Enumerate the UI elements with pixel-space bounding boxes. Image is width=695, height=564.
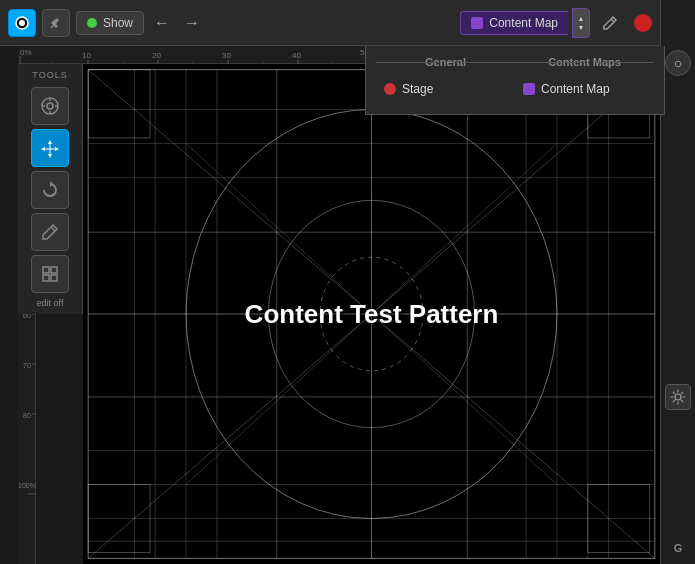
dropdown-items: Stage Content Map: [366, 74, 664, 104]
content-map-selector: Content Map ▲ ▼: [460, 8, 590, 38]
svg-rect-48: [43, 275, 49, 281]
test-pattern-svg: [83, 64, 660, 564]
pin-button[interactable]: [8, 9, 36, 37]
section-general-label: General: [376, 56, 515, 68]
svg-text:20: 20: [152, 51, 161, 60]
svg-line-3: [611, 19, 614, 22]
svg-point-85: [675, 394, 681, 400]
record-button[interactable]: [634, 14, 652, 32]
svg-point-1: [19, 20, 25, 26]
svg-line-2: [51, 25, 54, 28]
show-label: Show: [103, 16, 133, 30]
rotate-tool-button[interactable]: [31, 171, 69, 209]
svg-rect-47: [51, 267, 57, 273]
show-indicator: [87, 18, 97, 28]
svg-text:40: 40: [292, 51, 301, 60]
show-button[interactable]: Show: [76, 11, 144, 35]
nav-forward-button[interactable]: →: [180, 11, 204, 35]
content-map-dot-icon: [523, 83, 535, 95]
svg-rect-46: [43, 267, 49, 273]
stage-dot-icon: [384, 83, 396, 95]
dropdown-sections: General Content Maps: [366, 56, 664, 74]
dropdown-panel: General Content Maps Stage Content Map: [365, 46, 665, 115]
right-panel: ○ G: [660, 0, 695, 564]
svg-line-80: [372, 314, 557, 484]
svg-rect-81: [88, 70, 150, 138]
svg-line-79: [186, 314, 371, 484]
edit-pencil-button[interactable]: [596, 9, 624, 37]
edit-off-label: edit off: [37, 298, 64, 308]
canvas-area: Content Test Pattern: [83, 64, 660, 564]
svg-text:80: 80: [23, 412, 31, 419]
section-content-maps-label: Content Maps: [515, 56, 654, 68]
svg-text:70: 70: [23, 362, 31, 369]
content-map-icon: [471, 17, 483, 29]
top-toolbar: Show ← → Content Map ▲ ▼: [0, 0, 660, 46]
content-map-dropdown-arrow[interactable]: ▲ ▼: [572, 8, 590, 38]
content-map-item[interactable]: Content Map: [515, 78, 654, 100]
svg-point-40: [47, 103, 53, 109]
svg-line-77: [186, 144, 371, 314]
svg-text:10: 10: [82, 51, 91, 60]
tools-panel: TOOLS: [18, 64, 83, 314]
grid-tool-button[interactable]: [31, 255, 69, 293]
bottom-g-label: G: [674, 542, 683, 554]
svg-text:0%: 0%: [20, 48, 32, 57]
svg-line-45: [51, 227, 55, 231]
edit-tool-button[interactable]: [31, 213, 69, 251]
right-settings-button[interactable]: [665, 384, 691, 410]
svg-rect-49: [51, 275, 57, 281]
move-tool-button[interactable]: [31, 129, 69, 167]
pushpin-button[interactable]: [42, 9, 70, 37]
right-circle-button[interactable]: ○: [665, 50, 691, 76]
stage-item[interactable]: Stage: [376, 78, 515, 100]
svg-line-78: [372, 144, 557, 314]
content-map-label[interactable]: Content Map: [460, 11, 568, 35]
nav-back-button[interactable]: ←: [150, 11, 174, 35]
test-pattern: Content Test Pattern: [83, 64, 660, 564]
tools-label: TOOLS: [32, 70, 67, 80]
svg-text:100%: 100%: [18, 482, 36, 489]
compass-tool-button[interactable]: [31, 87, 69, 125]
svg-text:30: 30: [222, 51, 231, 60]
